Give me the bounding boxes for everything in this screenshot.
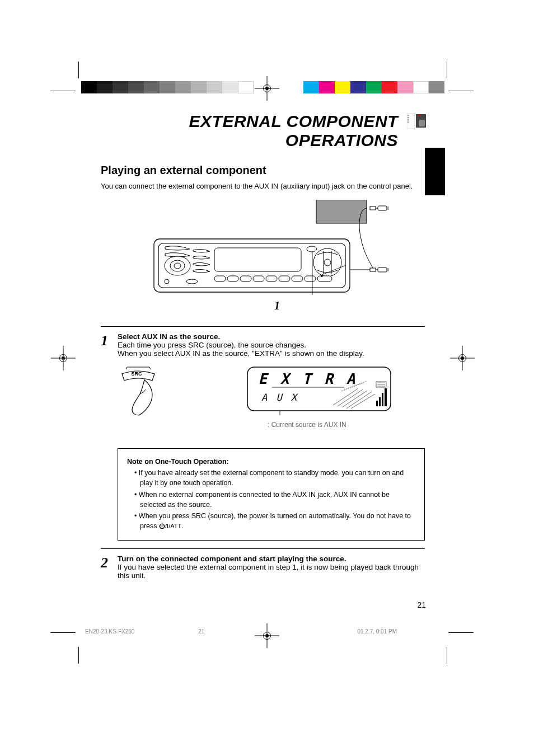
- diagram-callout-1: 1: [274, 299, 425, 312]
- svg-rect-52: [379, 397, 381, 406]
- divider: [101, 548, 425, 549]
- title-device-icon: [407, 113, 426, 129]
- step-1-heading: Select AUX IN as the source.: [118, 332, 220, 341]
- lcd-display: E X T R A A U X: [246, 366, 392, 415]
- step-2-number: 2: [101, 555, 118, 580]
- svg-text:A U X: A U X: [261, 392, 298, 403]
- grayscale-bar: [81, 81, 254, 93]
- section-subtitle: Playing an external component: [101, 164, 425, 177]
- registration-mark-bottom: [259, 627, 275, 644]
- svg-rect-8: [370, 206, 376, 210]
- svg-rect-9: [378, 206, 387, 210]
- svg-rect-1: [407, 115, 409, 116]
- page-content: EXTERNAL COMPONENT OPERATIONS Playing an…: [101, 112, 425, 616]
- section-description: You can connect the external component t…: [101, 181, 425, 191]
- svg-rect-53: [382, 393, 383, 406]
- svg-rect-36: [266, 276, 277, 281]
- note-item-3: When you press SRC (source), the power i…: [134, 511, 415, 531]
- note-box: Note on One-Touch Operation: If you have…: [118, 448, 425, 541]
- power-att-icon: ⏻/I/ATT: [159, 523, 181, 529]
- step-1-number: 1: [101, 332, 118, 541]
- svg-rect-54: [385, 388, 387, 406]
- svg-rect-40: [317, 276, 332, 281]
- svg-rect-26: [214, 248, 301, 271]
- svg-rect-7: [316, 200, 367, 223]
- step-2-heading: Turn on the connected component and star…: [118, 555, 346, 563]
- step-1-text-a: Each time you press SRC (source), the so…: [118, 341, 306, 349]
- registration-mark-top: [259, 80, 275, 97]
- svg-rect-37: [279, 276, 290, 281]
- svg-rect-51: [376, 401, 378, 406]
- svg-rect-34: [240, 276, 251, 281]
- svg-text:SRC: SRC: [131, 371, 142, 377]
- step-1-text-b: When you select AUX IN as the source, "E…: [118, 349, 364, 358]
- svg-text:E X T R A: E X T R A: [259, 370, 358, 387]
- svg-rect-2: [407, 117, 409, 119]
- svg-rect-32: [214, 276, 226, 281]
- page-title: EXTERNAL COMPONENT OPERATIONS: [101, 112, 425, 150]
- step-2-text: If you have selected the external compon…: [118, 563, 419, 580]
- step-1: 1 Select AUX IN as the source. Each time…: [101, 332, 425, 541]
- svg-rect-33: [227, 276, 238, 281]
- wiring-diagram: 1: [101, 200, 425, 312]
- svg-rect-4: [407, 121, 409, 123]
- note-item-1: If you have already set the external com…: [134, 468, 415, 488]
- display-pointer-label: : Current source is AUX IN: [268, 421, 392, 429]
- svg-point-30: [324, 259, 331, 266]
- section-tab: [425, 148, 445, 195]
- svg-rect-3: [407, 119, 409, 121]
- svg-rect-38: [292, 276, 303, 281]
- svg-rect-14: [370, 268, 376, 271]
- svg-rect-39: [305, 276, 316, 281]
- step-2: 2 Turn on the connected component and st…: [101, 555, 425, 580]
- note-item-2: When no external component is connected …: [134, 490, 415, 510]
- svg-rect-35: [253, 276, 264, 281]
- registration-mark-left: [55, 350, 72, 367]
- svg-rect-6: [419, 120, 425, 126]
- press-src-icon: SRC: [118, 366, 179, 416]
- note-title: Note on One-Touch Operation:: [127, 457, 415, 467]
- footer-date-label: 01.2.7, 0:01 PM: [357, 628, 397, 635]
- svg-point-31: [307, 246, 317, 252]
- svg-point-42: [186, 279, 198, 284]
- svg-point-41: [165, 279, 169, 284]
- svg-point-45: [321, 275, 323, 277]
- svg-point-25: [174, 263, 181, 269]
- page-number: 21: [417, 600, 426, 609]
- footer-file-label: EN20-23.KS-FX250 21: [85, 628, 204, 635]
- svg-rect-15: [378, 267, 387, 272]
- registration-mark-right: [454, 350, 471, 367]
- color-bar: [303, 81, 444, 93]
- divider: [101, 326, 425, 327]
